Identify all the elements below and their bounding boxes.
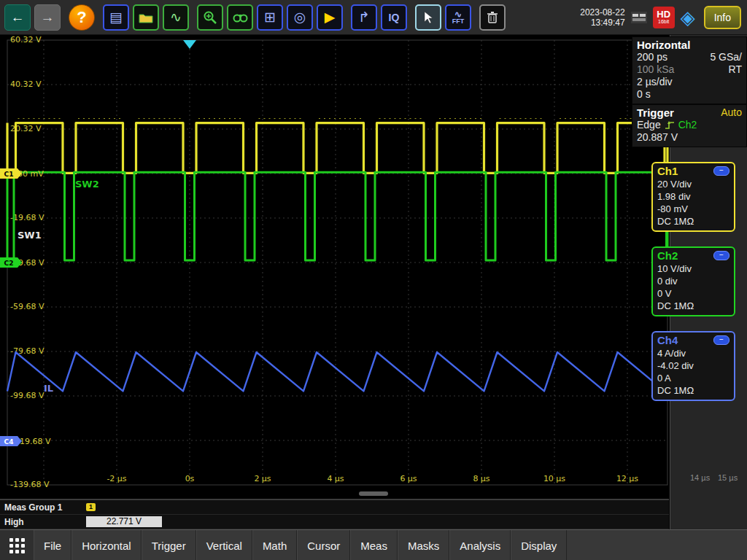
svg-text:SW1: SW1 [18,230,42,241]
trigger-tool-button[interactable]: ↱ [351,4,377,31]
acq-mode-value: RT [729,63,742,76]
iq-icon: IQ [389,12,400,23]
grid-icon: ⊞ [264,9,276,26]
horizontal-position-value: 0 s [637,88,651,101]
meas-row-label: High [0,517,86,527]
trash-icon [487,11,498,24]
svg-text:-59.68 V: -59.68 V [10,302,44,311]
acquisition-info-panel: Horizontal 200 ps5 GSa/ 100 kSaRT 2 µs/d… [632,36,747,147]
svg-text:10 µs: 10 µs [543,474,565,483]
run-button[interactable]: ▶ [317,4,343,31]
menu-horizontal[interactable]: Horizontal [71,530,142,560]
mask-test-button[interactable]: ◎ [287,4,313,31]
channel-offset: 0 A [657,372,729,384]
file-open-button[interactable] [133,4,159,31]
fft-label: FFT [452,18,465,25]
minimize-button[interactable]: − [713,166,729,176]
svg-text:8 µs: 8 µs [473,474,489,483]
hd-mode-badge[interactable]: HD 16bit [653,7,675,28]
rs-logo [631,12,647,23]
search-button[interactable] [227,4,253,31]
svg-text:2 µs: 2 µs [254,474,271,483]
channel-name: Ch1 [657,165,678,177]
channel-coupling: DC 1MΩ [657,384,729,397]
info-button[interactable]: Info [704,6,741,29]
trigger-edge-icon: ↱ [358,9,370,26]
cursor-select-button[interactable] [415,4,441,31]
trigger-settings[interactable]: TriggerAuto Edge Ch2 20.887 V [632,104,746,147]
report-button[interactable]: ▤ [103,4,129,31]
channel-scale: 10 V/div [657,262,729,275]
horizontal-title: Horizontal [637,39,742,51]
save-waveform-button[interactable]: ∿ [163,4,189,31]
help-button[interactable]: ? [69,4,95,31]
menu-masks[interactable]: Masks [398,530,449,560]
menu-analysis[interactable]: Analysis [449,530,511,560]
svg-text:12 µs: 12 µs [616,474,638,483]
svg-text:-99.68 V: -99.68 V [10,391,44,400]
iq-mode-button[interactable]: IQ [381,4,407,31]
menu-display[interactable]: Display [511,530,567,560]
svg-text:60.32 V: 60.32 V [10,35,42,44]
fft-button[interactable]: ∿ FFT [445,4,471,31]
meas-group-title: Meas Group 1 [0,502,86,513]
menu-cursor[interactable]: Cursor [297,530,350,560]
fft-wave-icon: ∿ [454,10,462,18]
channel-box-ch2[interactable]: Ch2 − 10 V/div 0 div 0 V DC 1MΩ [651,246,735,316]
channel-coupling: DC 1MΩ [657,300,729,312]
channel-box-ch1[interactable]: Ch1 − 20 V/div 1.98 div -80 mV DC 1MΩ [651,162,735,232]
trigger-type-value: Edge [637,119,661,131]
mask-icon: ◎ [294,9,306,26]
menu-vertical[interactable]: Vertical [196,530,252,560]
apps-menu-button[interactable] [0,530,34,560]
svg-text:-2 µs: -2 µs [107,474,126,483]
bottom-menubar: File Horizontal Trigger Vertical Math Cu… [0,529,747,560]
minimize-button[interactable]: − [713,251,729,260]
report-icon: ▤ [109,9,123,26]
channel-offset: 0 V [657,287,729,300]
time-label-inactive: 15 µs [718,473,738,482]
channel-position: 1.98 div [657,190,729,203]
trigger-level-value: 20.887 V [637,131,678,144]
svg-text:40.32 V: 40.32 V [10,79,42,89]
channel-scale: 20 V/div [657,178,729,190]
channel-box-ch4[interactable]: Ch4 − 4 A/div -4.02 div 0 A DC 1MΩ [651,331,735,401]
horizontal-settings[interactable]: Horizontal 200 ps5 GSa/ 100 kSaRT 2 µs/d… [632,37,746,104]
horizontal-scrollbar[interactable] [359,491,388,496]
back-arrow-icon: ← [11,9,25,26]
channel-name: Ch2 [657,249,678,262]
sample-rate-value: 5 GSa/ [710,51,742,63]
magnifier-zoom-icon [203,10,217,25]
signal-icon: ∿ [170,9,182,26]
trigger-title: Trigger [637,106,674,119]
svg-text:-139.68 V: -139.68 V [10,480,50,489]
menu-file[interactable]: File [34,530,71,560]
play-icon: ▶ [325,9,336,26]
svg-text:4 µs: 4 µs [327,474,344,483]
measurement-panel[interactable]: Meas Group 1 1 High 22.771 V [0,499,669,529]
record-length-value: 100 kSa [637,63,674,76]
svg-text:C2: C2 [4,260,14,267]
svg-text:6 µs: 6 µs [400,474,417,483]
resolution-value: 200 ps [637,51,667,63]
menu-meas[interactable]: Meas [350,530,398,560]
forward-arrow-icon: → [41,9,55,26]
folder-icon [139,12,153,23]
redo-forward-button[interactable]: → [34,4,61,31]
diamond-logo-icon: ◈ [681,8,695,27]
menu-math[interactable]: Math [252,530,297,560]
meas-source-badge: 1 [86,503,96,511]
waveform-display[interactable]: 60.32 V40.32 V20.32 V-19.68 V-59.68 V-79… [0,0,670,499]
channel-coupling: DC 1MΩ [657,215,729,228]
zoom-button[interactable] [197,4,223,31]
undo-back-button[interactable]: ← [4,4,31,31]
svg-text:C1: C1 [4,171,14,178]
menu-trigger[interactable]: Trigger [142,530,196,560]
grid-layout-button[interactable]: ⊞ [257,4,283,31]
delete-button[interactable] [479,4,506,31]
channel-offset: -80 mV [657,203,729,215]
minimize-button[interactable]: − [713,335,729,345]
top-toolbar: ← → ? ▤ ∿ ⊞ ◎ ▶ ↱ IQ [0,0,747,35]
rising-edge-icon [665,120,675,130]
time-label-inactive: 14 µs [690,473,710,482]
